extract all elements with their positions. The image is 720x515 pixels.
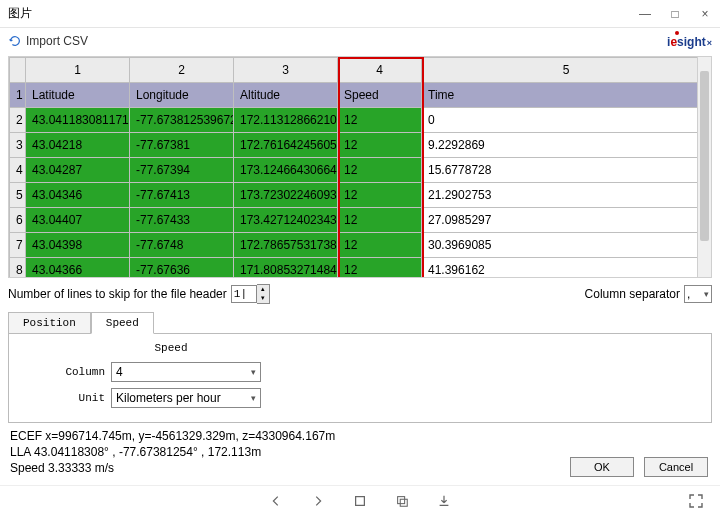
cell-time: 41.396162 — [422, 258, 711, 279]
speed-panel: Speed Column 4▾ Unit Kilometers per hour… — [8, 333, 712, 423]
cell-time: 30.3969085 — [422, 233, 711, 258]
column-select[interactable]: 4▾ — [111, 362, 261, 382]
svg-rect-1 — [398, 496, 405, 503]
cell-alt: 173.723022460938 — [234, 183, 338, 208]
cell-lat: 43.0411830811718 — [26, 108, 130, 133]
cell-alt: 173.427124023438 — [234, 208, 338, 233]
close-button[interactable]: × — [698, 7, 712, 21]
cell-lat: 43.04398 — [26, 233, 130, 258]
cell-lon: -77.67394 — [130, 158, 234, 183]
table-row[interactable]: 543.04346-77.67413173.7230224609381221.2… — [10, 183, 711, 208]
column-separator-label: Column separator — [585, 287, 680, 301]
expand-icon[interactable] — [688, 493, 704, 509]
skip-lines-input[interactable] — [231, 285, 257, 303]
table-row[interactable]: 343.04218-77.67381172.761642456055129.22… — [10, 133, 711, 158]
row-idx: 4 — [10, 158, 26, 183]
cell-lon: -77.67433 — [130, 208, 234, 233]
vertical-scrollbar[interactable] — [697, 57, 711, 277]
field-header: Time — [422, 83, 711, 108]
cell-spd: 12 — [338, 258, 422, 279]
spin-down-button[interactable]: ▾ — [257, 294, 269, 303]
download-icon[interactable] — [437, 494, 451, 508]
cell-time: 15.6778728 — [422, 158, 711, 183]
cancel-button[interactable]: Cancel — [644, 457, 708, 477]
svg-rect-2 — [400, 499, 407, 506]
cell-spd: 12 — [338, 158, 422, 183]
row-idx: 6 — [10, 208, 26, 233]
cell-lat: 43.04218 — [26, 133, 130, 158]
col-header-2[interactable]: 2 — [130, 58, 234, 83]
data-table[interactable]: 1 2 3 4 5 1 Latitude Longitude Altitude … — [8, 56, 712, 278]
cell-lon: -77.67381 — [130, 133, 234, 158]
field-header: Speed — [338, 83, 422, 108]
cell-lon: -77.6738125396728 — [130, 108, 234, 133]
cell-lat: 43.04366 — [26, 258, 130, 279]
cell-lon: -77.6748 — [130, 233, 234, 258]
chevron-down-icon: ▾ — [704, 289, 709, 299]
row-idx: 2 — [10, 108, 26, 133]
skip-lines-label: Number of lines to skip for the file hea… — [8, 287, 227, 301]
field-header: Longitude — [130, 83, 234, 108]
row-idx: 8 — [10, 258, 26, 279]
cell-alt: 172.113128662109 — [234, 108, 338, 133]
tab-position[interactable]: Position — [8, 312, 91, 334]
col-header-3[interactable]: 3 — [234, 58, 338, 83]
table-row[interactable]: 243.0411830811718-77.6738125396728172.11… — [10, 108, 711, 133]
unit-select[interactable]: Kilometers per hour▾ — [111, 388, 261, 408]
prev-icon[interactable] — [269, 494, 283, 508]
next-icon[interactable] — [311, 494, 325, 508]
cell-spd: 12 — [338, 183, 422, 208]
copy-icon[interactable] — [395, 494, 409, 508]
cell-time: 21.2902753 — [422, 183, 711, 208]
cell-spd: 12 — [338, 233, 422, 258]
cell-lat: 43.04346 — [26, 183, 130, 208]
brand-logo: iesight× — [667, 34, 712, 49]
cell-alt: 171.808532714844 — [234, 258, 338, 279]
cell-time: 0 — [422, 108, 711, 133]
column-separator-select[interactable]: ,▾ — [684, 285, 712, 303]
cell-lon: -77.67413 — [130, 183, 234, 208]
cell-alt: 173.124664306641 — [234, 158, 338, 183]
maximize-button[interactable]: □ — [668, 7, 682, 21]
chevron-down-icon: ▾ — [251, 393, 256, 403]
col-header-4[interactable]: 4 — [338, 58, 422, 83]
cell-time: 27.0985297 — [422, 208, 711, 233]
status-ecef: ECEF x=996714.745m, y=-4561329.329m, z=4… — [10, 428, 710, 444]
col-header-1[interactable]: 1 — [26, 58, 130, 83]
field-header: Altitude — [234, 83, 338, 108]
column-field-label: Column — [21, 366, 111, 378]
tab-speed[interactable]: Speed — [91, 312, 154, 334]
cell-spd: 12 — [338, 133, 422, 158]
row-idx: 5 — [10, 183, 26, 208]
chevron-down-icon: ▾ — [251, 367, 256, 377]
row-idx: 3 — [10, 133, 26, 158]
cell-spd: 12 — [338, 108, 422, 133]
panel-title: Speed — [81, 342, 261, 354]
cell-lat: 43.04407 — [26, 208, 130, 233]
col-header-5[interactable]: 5 — [422, 58, 711, 83]
cell-time: 9.2292869 — [422, 133, 711, 158]
unit-field-label: Unit — [21, 392, 111, 404]
cell-lat: 43.04287 — [26, 158, 130, 183]
table-row[interactable]: 743.04398-77.6748172.7865753173831230.39… — [10, 233, 711, 258]
cell-lon: -77.67636 — [130, 258, 234, 279]
svg-rect-0 — [356, 496, 365, 505]
cell-alt: 172.786575317383 — [234, 233, 338, 258]
refresh-icon[interactable] — [8, 34, 22, 48]
cell-spd: 12 — [338, 208, 422, 233]
row-idx: 7 — [10, 233, 26, 258]
row-idx: 1 — [10, 83, 26, 108]
table-row[interactable]: 443.04287-77.67394173.1246643066411215.6… — [10, 158, 711, 183]
spin-up-button[interactable]: ▴ — [257, 285, 269, 294]
window-title: 图片 — [8, 5, 638, 22]
cell-alt: 172.761642456055 — [234, 133, 338, 158]
ok-button[interactable]: OK — [570, 457, 634, 477]
table-row[interactable]: 843.04366-77.67636171.8085327148441241.3… — [10, 258, 711, 279]
stop-icon[interactable] — [353, 494, 367, 508]
minimize-button[interactable]: — — [638, 7, 652, 21]
import-csv-label: Import CSV — [26, 34, 88, 48]
field-header: Latitude — [26, 83, 130, 108]
table-row[interactable]: 643.04407-77.67433173.4271240234381227.0… — [10, 208, 711, 233]
